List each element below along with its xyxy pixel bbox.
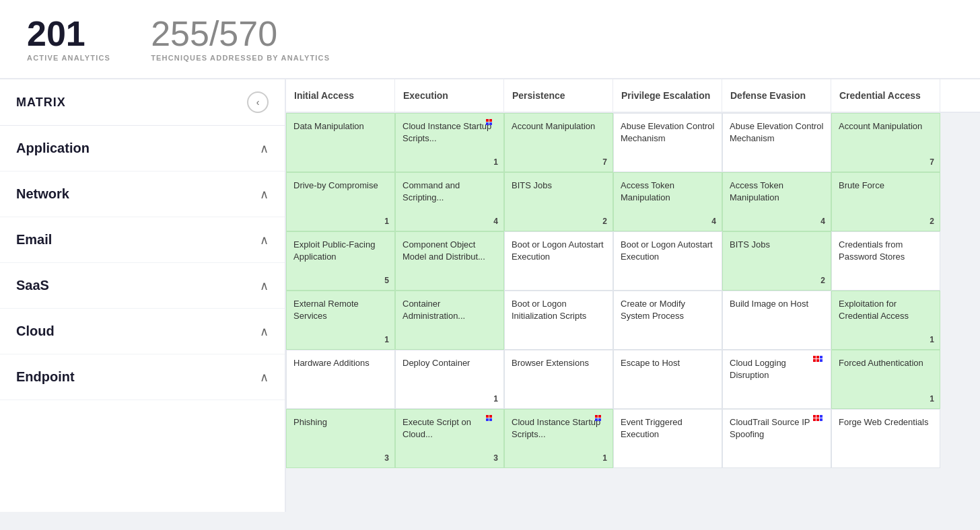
matrix-cell[interactable]: Phishing3 [286,409,395,468]
matrix-cell[interactable]: Browser Extensions [504,350,613,409]
svg-rect-20 [813,418,816,421]
sidebar-item-email[interactable]: Email∧ [0,217,285,263]
matrix-cell[interactable]: BITS Jobs2 [504,172,613,231]
pixel-icon [813,356,825,365]
matrix-cell[interactable]: External Remote Services1 [286,291,395,350]
matrix-cell[interactable]: Hardware Additions [286,350,395,409]
matrix-cell[interactable]: Credentials from Password Stores [831,231,940,291]
matrix-column-header: Credential Access [831,79,940,112]
matrix-cell[interactable]: Cloud Logging Disruption [722,350,831,409]
matrix-cell[interactable]: Data Manipulation [286,113,395,172]
chevron-icon: ∧ [260,370,269,385]
matrix-row: External Remote Services1Container Admin… [286,291,980,350]
cell-badge: 3 [384,453,389,463]
chevron-icon: ∧ [260,278,269,293]
sidebar-item-endpoint[interactable]: Endpoint∧ [0,354,285,400]
matrix-cell[interactable]: Escape to Host [613,350,722,409]
matrix-cell[interactable]: Event Triggered Execution [613,409,722,468]
cell-text: Component Object Model and Distribut... [403,239,485,262]
matrix-cell[interactable]: Access Token Manipulation4 [613,172,722,231]
matrix-body: Data ManipulationCloud Instance Startup … [286,113,980,468]
cell-badge: 7 [602,157,607,167]
matrix-cell[interactable]: Build Image on Host [722,291,831,350]
matrix-cell[interactable]: Access Token Manipulation4 [722,172,831,231]
cell-text: Create or Modify System Process [621,299,685,321]
cell-badge: 2 [602,216,607,227]
svg-rect-14 [595,415,598,418]
cell-text: Command and Scripting... [403,180,460,202]
matrix-cell[interactable]: Forge Web Credentials [831,409,940,468]
matrix-row: Phishing3Execute Script on Cloud... 3Clo… [286,409,980,468]
matrix-column-header: Execution [395,79,504,112]
matrix-cell[interactable]: Abuse Elevation Control Mechanism [613,113,722,172]
matrix-row: Hardware AdditionsDeploy Container1Brows… [286,350,980,409]
matrix-cell[interactable]: BITS Jobs2 [722,231,831,291]
cell-text: Forge Web Credentials [839,417,928,427]
cell-text: Escape to Host [621,358,680,368]
matrix-cell[interactable]: Drive-by Compromise1 [286,172,395,231]
matrix-cell[interactable]: Boot or Logon Initialization Scripts [504,291,613,350]
matrix-header: Initial AccessExecutionPersistencePrivil… [286,79,980,113]
matrix-cell[interactable]: Command and Scripting...4 [395,172,504,231]
matrix-cell[interactable]: Cloud Instance Startup Scripts... 1 [395,113,504,172]
techniques-stat: 255/570 TEHCNIQUES ADDRESSED BY ANALYTIC… [151,16,330,62]
matrix-cell[interactable]: Exploit Public-Facing Application5 [286,231,395,291]
sidebar-item-cloud[interactable]: Cloud∧ [0,309,285,354]
sidebar-item-network[interactable]: Network∧ [0,172,285,217]
matrix-cell[interactable]: Boot or Logon Autostart Execution [504,231,613,291]
sidebar-item-saas[interactable]: SaaS∧ [0,263,285,309]
sidebar-item-label: Endpoint [16,369,75,385]
svg-rect-10 [486,415,489,418]
techniques-number: 255/570 [151,16,330,51]
sidebar-item-label: SaaS [16,278,49,293]
cell-badge: 1 [930,334,934,345]
matrix-cell[interactable]: Cloud Instance Startup Scripts... 1 [504,409,613,468]
active-analytics-stat: 201 ACTIVE ANALYTICS [27,16,110,62]
cell-badge: 4 [820,216,825,227]
svg-rect-23 [820,418,823,421]
cell-text: Brute Force [839,180,884,190]
sidebar-item-application[interactable]: Application∧ [0,126,285,172]
matrix-cell[interactable]: Execute Script on Cloud... 3 [395,409,504,468]
mixed-icon [486,119,498,128]
cell-text: CloudTrail Source IP Spoofing [730,417,810,439]
cell-text: Abuse Elevation Control Mechanism [730,121,823,143]
cell-badge: 4 [711,216,716,227]
chevron-icon: ∧ [260,141,269,156]
cell-text: Boot or Logon Initialization Scripts [512,299,586,321]
main-layout: MATRIX ‹ Application∧Network∧Email∧SaaS∧… [0,79,980,512]
cell-text: Build Image on Host [730,299,808,309]
cell-text: Abuse Elevation Control Mechanism [621,121,714,143]
svg-rect-21 [816,418,819,421]
matrix-cell[interactable]: Deploy Container1 [395,350,504,409]
cell-badge: 1 [384,334,389,345]
matrix-table: Initial AccessExecutionPersistencePrivil… [286,79,980,468]
cell-text: BITS Jobs [512,180,552,190]
matrix-cell[interactable]: Account Manipulation7 [831,113,940,172]
matrix-cell[interactable]: Container Administration... [395,291,504,350]
cell-badge: 1 [493,393,498,404]
techniques-label: TEHCNIQUES ADDRESSED BY ANALYTICS [151,54,330,62]
matrix-cell[interactable]: Account Manipulation7 [504,113,613,172]
matrix-column-header: Privilege Escalation [613,79,722,112]
svg-rect-8 [820,356,823,358]
chevron-icon: ∧ [260,324,269,339]
svg-rect-6 [813,359,816,362]
cell-badge: 1 [930,393,934,404]
matrix-cell[interactable]: Brute Force2 [831,172,940,231]
cell-badge: 7 [930,157,934,167]
matrix-column-header: Initial Access [286,79,395,112]
back-button[interactable]: ‹ [247,91,269,113]
svg-rect-2 [486,122,489,125]
matrix-cell[interactable]: Boot or Logon Autostart Execution [613,231,722,291]
matrix-area: Initial AccessExecutionPersistencePrivil… [286,79,980,512]
cell-text: Phishing [293,417,327,427]
matrix-cell[interactable]: Forced Authentication1 [831,350,940,409]
matrix-cell[interactable]: Abuse Elevation Control Mechanism [722,113,831,172]
matrix-cell[interactable]: Component Object Model and Distribut... [395,231,504,291]
matrix-cell[interactable]: Create or Modify System Process [613,291,722,350]
cell-text: Account Manipulation [839,121,922,131]
matrix-cell[interactable]: CloudTrail Source IP Spoofing [722,409,831,468]
sidebar: MATRIX ‹ Application∧Network∧Email∧SaaS∧… [0,79,286,512]
matrix-cell[interactable]: Exploitation for Credential Access1 [831,291,940,350]
